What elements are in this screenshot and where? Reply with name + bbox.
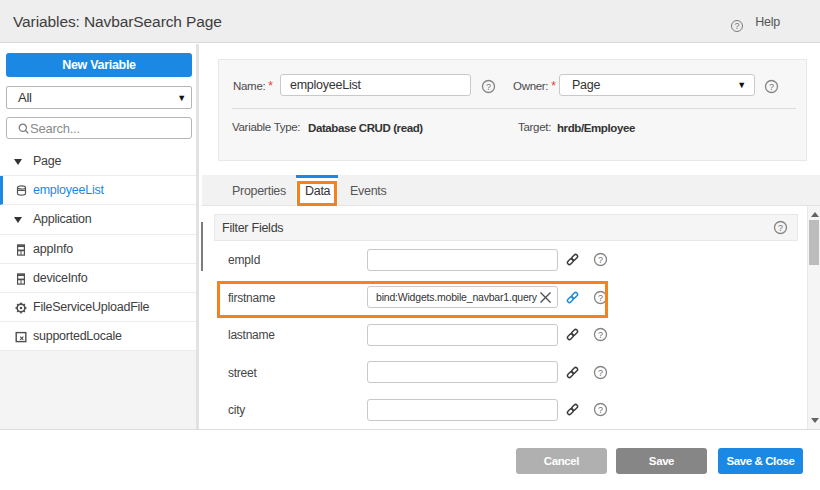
svg-text:?: ? [598,367,603,377]
svg-text:?: ? [769,82,774,92]
svg-text:?: ? [778,223,783,233]
svg-text:?: ? [486,82,491,92]
svg-text:?: ? [598,255,603,265]
svg-text:?: ? [598,330,603,340]
svg-text:?: ? [598,405,603,415]
